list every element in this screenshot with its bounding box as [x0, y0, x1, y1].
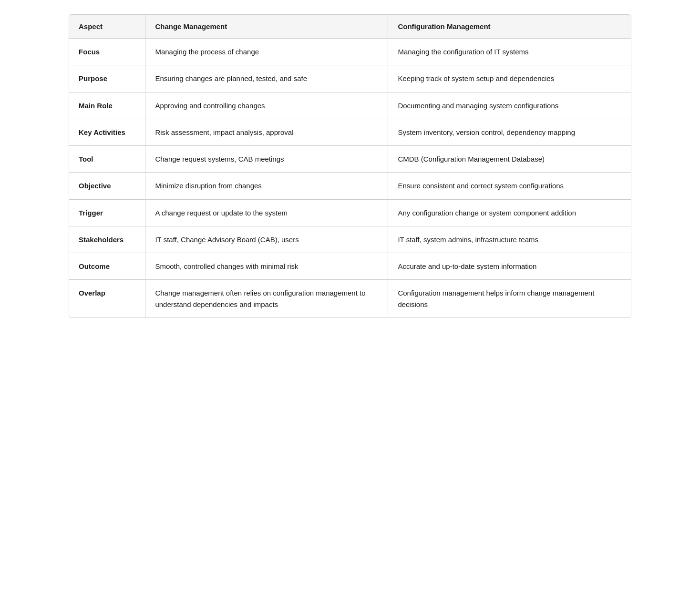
- cell-aspect: Objective: [69, 173, 145, 199]
- table-row: OutcomeSmooth, controlled changes with m…: [69, 253, 631, 280]
- cell-aspect: Tool: [69, 146, 145, 173]
- comparison-table: Aspect Change Management Configuration M…: [69, 14, 631, 318]
- table-row: FocusManaging the process of changeManag…: [69, 39, 631, 65]
- table-row: ToolChange request systems, CAB meetings…: [69, 146, 631, 173]
- cell-aspect: Stakeholders: [69, 226, 145, 253]
- cell-change: Change management often relies on config…: [145, 280, 388, 317]
- cell-change: Ensuring changes are planned, tested, an…: [145, 65, 388, 92]
- cell-config: Configuration management helps inform ch…: [388, 280, 631, 317]
- cell-change: Change request systems, CAB meetings: [145, 146, 388, 173]
- cell-change: A change request or update to the system: [145, 199, 388, 226]
- table-row: PurposeEnsuring changes are planned, tes…: [69, 65, 631, 92]
- table-header-row: Aspect Change Management Configuration M…: [69, 15, 631, 39]
- cell-config: Managing the configuration of IT systems: [388, 39, 631, 65]
- cell-config: Keeping track of system setup and depend…: [388, 65, 631, 92]
- cell-change: Approving and controlling changes: [145, 92, 388, 119]
- table-row: TriggerA change request or update to the…: [69, 199, 631, 226]
- cell-config: Accurate and up-to-date system informati…: [388, 253, 631, 280]
- cell-config: Documenting and managing system configur…: [388, 92, 631, 119]
- cell-config: System inventory, version control, depen…: [388, 119, 631, 145]
- cell-aspect: Overlap: [69, 280, 145, 317]
- cell-aspect: Trigger: [69, 199, 145, 226]
- cell-aspect: Focus: [69, 39, 145, 65]
- cell-aspect: Main Role: [69, 92, 145, 119]
- cell-change: Risk assessment, impact analysis, approv…: [145, 119, 388, 145]
- cell-change: Minimize disruption from changes: [145, 173, 388, 199]
- table-row: StakeholdersIT staff, Change Advisory Bo…: [69, 226, 631, 253]
- header-aspect: Aspect: [69, 15, 145, 39]
- cell-change: Smooth, controlled changes with minimal …: [145, 253, 388, 280]
- table-row: ObjectiveMinimize disruption from change…: [69, 173, 631, 199]
- table-row: OverlapChange management often relies on…: [69, 280, 631, 317]
- cell-config: CMDB (Configuration Management Database): [388, 146, 631, 173]
- header-config-management: Configuration Management: [388, 15, 631, 39]
- cell-aspect: Purpose: [69, 65, 145, 92]
- cell-config: IT staff, system admins, infrastructure …: [388, 226, 631, 253]
- cell-config: Any configuration change or system compo…: [388, 199, 631, 226]
- table-row: Main RoleApproving and controlling chang…: [69, 92, 631, 119]
- cell-config: Ensure consistent and correct system con…: [388, 173, 631, 199]
- cell-aspect: Outcome: [69, 253, 145, 280]
- table-row: Key ActivitiesRisk assessment, impact an…: [69, 119, 631, 145]
- header-change-management: Change Management: [145, 15, 388, 39]
- cell-change: IT staff, Change Advisory Board (CAB), u…: [145, 226, 388, 253]
- cell-change: Managing the process of change: [145, 39, 388, 65]
- cell-aspect: Key Activities: [69, 119, 145, 145]
